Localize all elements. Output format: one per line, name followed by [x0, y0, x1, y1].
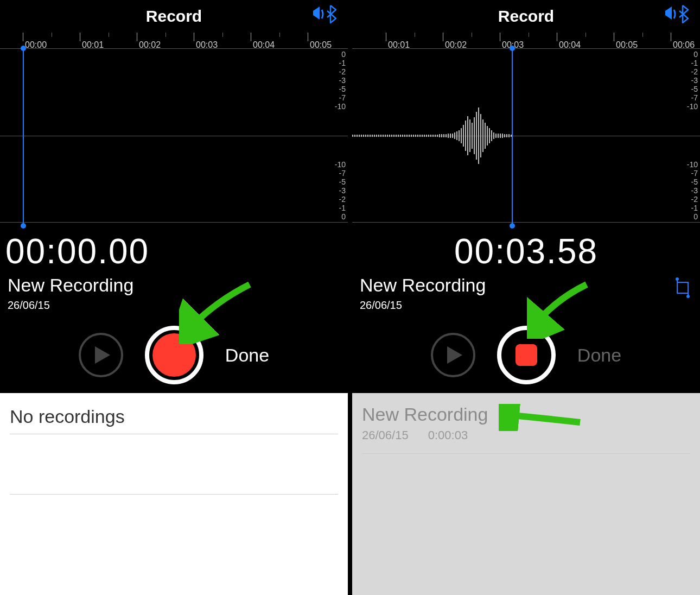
- waveform-bar: [482, 119, 483, 152]
- recording-date: 26/06/15: [8, 299, 348, 312]
- waveform-bar: [495, 134, 497, 138]
- waveform-bar: [359, 135, 360, 137]
- tick-label: 00:04: [559, 40, 581, 49]
- waveform-bar: [428, 135, 429, 137]
- waveform-bar: [478, 107, 479, 164]
- waveform-area[interactable]: 0-1-2-3-5-7-10 0-1-2-3-5-7-10: [0, 49, 348, 223]
- waveform-bar: [380, 135, 381, 137]
- waveform-bar: [376, 135, 377, 137]
- waveform-bar: [472, 123, 473, 149]
- waveform-bar: [404, 135, 405, 137]
- list-item[interactable]: New Recording 26/06/15 0:00:03: [352, 393, 700, 453]
- done-button[interactable]: Done: [225, 345, 269, 366]
- waveform-bar: [443, 134, 444, 137]
- waveform-bar: [374, 135, 375, 137]
- waveform-bar: [491, 130, 492, 141]
- waveform-bar: [398, 135, 399, 137]
- waveform-bar: [480, 114, 481, 157]
- audio-output-bluetooth-icon[interactable]: [664, 4, 689, 24]
- waveform-bar: [419, 135, 421, 137]
- waveform-bar: [461, 128, 462, 143]
- waveform-bar: [487, 126, 488, 145]
- timeline-ruler[interactable]: 00:01 00:02 00:03 00:04 00:05 00:06: [352, 33, 700, 49]
- waveform-bar: [500, 134, 501, 138]
- waveform-bar: [439, 134, 440, 137]
- list-item-subtitle: 26/06/15 0:00:03: [362, 428, 690, 442]
- tick-label: 00:02: [445, 40, 467, 49]
- header: Record: [0, 0, 348, 33]
- db-scale-top: 0-1-2-3-5-7-10: [687, 50, 698, 111]
- timeline-ruler[interactable]: 00:00 00:01 00:02 00:03 00:04 00:05: [0, 33, 348, 49]
- waveform-bar: [435, 135, 436, 137]
- waveform-bar: [489, 128, 490, 143]
- tick-label: 00:05: [616, 40, 638, 49]
- waveform-bar: [437, 135, 438, 137]
- recordings-empty-label: No recordings: [0, 393, 348, 434]
- waveform-bar: [367, 135, 368, 137]
- waveform-bar: [502, 134, 503, 138]
- recordings-list[interactable]: New Recording 26/06/15 0:00:03: [352, 393, 700, 595]
- stop-button[interactable]: [497, 326, 556, 384]
- waveform-bar: [450, 134, 451, 138]
- waveform-bar: [448, 134, 449, 138]
- waveform-bar: [354, 135, 355, 137]
- waveform-bar: [485, 123, 486, 149]
- waveform-bar: [469, 119, 470, 152]
- tick-label: 00:01: [82, 40, 104, 49]
- trim-icon[interactable]: [672, 277, 693, 301]
- waveform-bar: [370, 135, 371, 137]
- recording-date: 26/06/15: [360, 299, 700, 312]
- waveform-bar: [467, 116, 468, 155]
- waveform-bar: [446, 134, 447, 137]
- waveform-bar: [456, 131, 457, 140]
- waveform-bar: [476, 112, 477, 160]
- screen-right: Record 00:01 00:02 00:03 00:04 00:05 00:…: [350, 0, 700, 595]
- waveform-bar: [498, 134, 499, 138]
- waveform-bar: [409, 135, 410, 137]
- waveform-bar: [422, 135, 423, 137]
- db-scale-bottom: 0-1-2-3-5-7-10: [687, 160, 698, 221]
- waveform-bar: [389, 135, 390, 137]
- record-button[interactable]: [145, 326, 203, 384]
- waveform-bar: [402, 135, 403, 137]
- waveform-bar: [361, 135, 362, 137]
- waveform-bar: [413, 135, 414, 137]
- waveform-bar: [504, 134, 505, 137]
- timer-display: 00:03.58: [352, 231, 700, 271]
- list-item-duration: 0:00:03: [428, 428, 468, 442]
- playhead[interactable]: [23, 49, 24, 226]
- waveform-bar: [430, 135, 431, 137]
- recording-title[interactable]: New Recording: [8, 275, 348, 296]
- waveform-bar: [506, 134, 507, 137]
- play-button[interactable]: [79, 333, 123, 377]
- db-scale-top: 0-1-2-3-5-7-10: [335, 50, 346, 111]
- waveform-bar: [452, 134, 453, 138]
- tick-label: 00:00: [25, 40, 47, 49]
- list-item-date: 26/06/15: [362, 428, 409, 442]
- recordings-list[interactable]: No recordings: [0, 393, 348, 595]
- waveform-bar: [432, 135, 434, 137]
- waveform-bar: [383, 135, 384, 137]
- timer-display: 00:00.00: [5, 231, 348, 271]
- waveform-bar: [454, 132, 455, 139]
- waveform-bar: [465, 121, 466, 151]
- waveform-bar: [426, 135, 427, 137]
- stop-icon: [516, 344, 537, 366]
- waveform-bar: [406, 135, 408, 137]
- waveform-bar: [459, 130, 460, 141]
- waveform-bar: [396, 135, 397, 137]
- db-scale-bottom: 0-1-2-3-5-7-10: [335, 160, 346, 221]
- divider: [10, 494, 338, 495]
- waveform-area[interactable]: 0-1-2-3-5-7-10 0-1-2-3-5-7-10: [352, 49, 700, 223]
- play-button[interactable]: [431, 333, 475, 377]
- waveform-bar: [357, 135, 358, 137]
- list-item-title: New Recording: [362, 404, 690, 425]
- audio-output-bluetooth-icon[interactable]: [312, 4, 337, 24]
- recording-title[interactable]: New Recording: [360, 275, 700, 296]
- playhead[interactable]: [512, 49, 513, 226]
- waveform-bar: [363, 135, 364, 137]
- page-title: Record: [146, 7, 202, 26]
- header: Record: [352, 0, 700, 33]
- svg-rect-0: [677, 282, 688, 293]
- waveform-bar: [463, 125, 464, 147]
